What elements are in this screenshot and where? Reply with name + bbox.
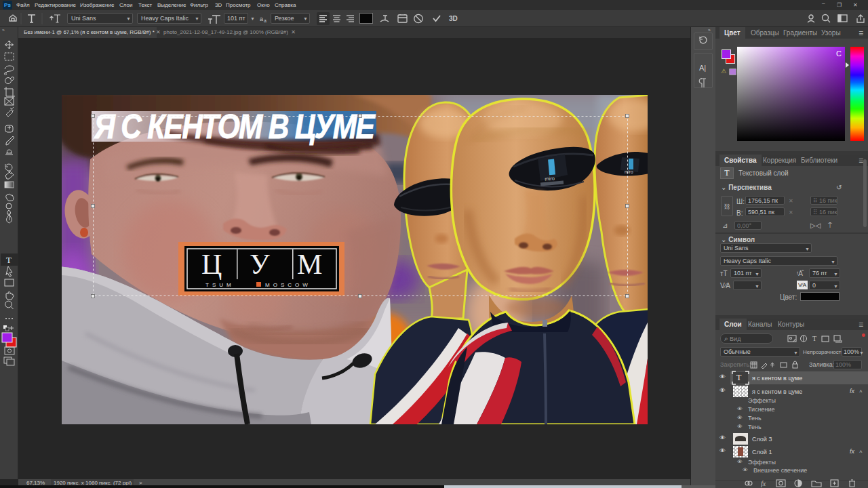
svg-text:MOSCOW: MOSCOW [265, 282, 311, 288]
svg-text:a: a [260, 16, 263, 22]
svg-text:T: T [812, 335, 816, 342]
svg-text:miro: miro [545, 176, 555, 182]
svg-text:A|: A| [699, 64, 706, 72]
svg-text:a: a [264, 18, 267, 23]
svg-text:У: У [250, 249, 270, 280]
svg-text:М: М [297, 249, 322, 280]
svg-text:TSUM: TSUM [205, 282, 235, 288]
svg-text:fx: fx [761, 480, 766, 487]
svg-text:T: T [6, 255, 12, 265]
svg-text:3D: 3D [449, 15, 458, 22]
svg-text:»: » [2, 28, 5, 33]
svg-text:Ц: Ц [201, 249, 222, 280]
svg-text:Я С КЕНТОМ В ЦУМЕ: Я С КЕНТОМ В ЦУМЕ [93, 108, 376, 146]
svg-text:miro: miro [625, 169, 633, 174]
